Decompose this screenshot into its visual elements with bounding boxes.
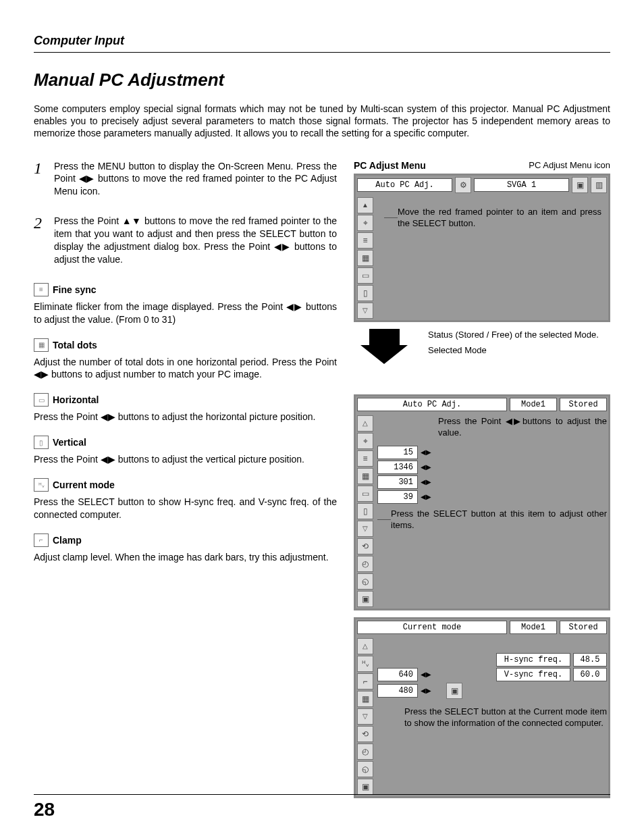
up-icon: △: [357, 638, 373, 654]
page-number: 28: [34, 799, 55, 820]
up-icon: ▲: [357, 197, 373, 213]
auto-pc-icon: ⌖: [357, 433, 373, 449]
item-label: Fine sync: [53, 284, 97, 295]
lr-icon: ◀▶: [421, 478, 431, 486]
step-text: Press the Point ▲▼ buttons to move the r…: [54, 215, 337, 266]
reset-icon: ⟲: [357, 726, 373, 742]
vertical-icon: ▯: [357, 285, 373, 301]
value-cell: 640: [377, 668, 418, 681]
item-body: Eliminate flicker from the image display…: [34, 301, 337, 326]
item-body: Adjust clamp level. When the image has d…: [34, 551, 337, 564]
auto-pc-icon: ⌖: [357, 215, 373, 231]
osd-left-icons: △ ᴴᵥ ⌐ ▦ ▽ ⟲ ◴ ◵ ▣: [357, 638, 373, 795]
pc-adj-icon: ⚙: [455, 177, 471, 193]
up-icon: △: [357, 415, 373, 432]
lr-icon: ◀▶: [421, 463, 431, 471]
reset-icon: ⟲: [357, 538, 373, 554]
freq-label: H-sync freq.: [496, 653, 570, 667]
freq-value: 60.0: [573, 668, 607, 681]
pc-adjust-icon-label: PC Adjust Menu icon: [529, 160, 610, 170]
osd-cell: Stored: [560, 621, 607, 634]
value-cell: 480: [377, 684, 418, 698]
store-icon: ◵: [357, 573, 373, 590]
note-current-mode: Press the SELECT button at the Current m…: [404, 706, 607, 729]
intro-paragraph: Some computers employ special signal for…: [34, 103, 610, 140]
item-fine-sync: ≡ Fine sync Eliminate flicker from the i…: [34, 283, 337, 326]
fine-sync-icon: ≡: [357, 232, 373, 249]
item-label: Current mode: [53, 479, 115, 490]
header-rule: [34, 52, 610, 53]
step-number: 2: [34, 215, 46, 266]
pc-adjust-menu-label: PC Adjust Menu: [354, 160, 426, 171]
osd-left-icons: △ ⌖ ≡ ▦ ▭ ▯ ▽ ⟲ ◴ ◵ ▣: [357, 415, 373, 607]
total-dots-icon: ▦: [34, 338, 49, 352]
freq-value: 48.5: [573, 653, 607, 667]
vertical-icon: ▯: [34, 436, 49, 449]
item-label: Clamp: [53, 535, 82, 546]
item-vertical: ▯ Vertical Press the Point ◀▶ buttons to…: [34, 436, 337, 466]
freq-label: V-sync freq.: [496, 668, 570, 681]
item-clamp: ⌐ Clamp Adjust clamp level. When the ima…: [34, 533, 337, 564]
item-body: Press the SELECT button to show H-sync f…: [34, 496, 337, 521]
fine-sync-icon: ≡: [357, 450, 373, 467]
step-text: Press the MENU button to display the On-…: [54, 160, 337, 199]
item-body: Adjust the number of total dots in one h…: [34, 356, 337, 382]
osd-cell: Mode1: [510, 398, 557, 411]
item-label: Total dots: [53, 340, 97, 350]
clamp-icon: ⌐: [357, 673, 373, 689]
horizontal-icon: ▭: [34, 393, 49, 407]
step-1: 1 Press the MENU button to display the O…: [34, 160, 337, 199]
value-cell: 301: [377, 475, 418, 489]
footer-rule: [34, 794, 610, 795]
step-number: 1: [34, 160, 46, 199]
current-mode-icon: ᴴᵥ: [34, 478, 49, 492]
down-icon: ▽: [357, 708, 373, 725]
quit-icon: ▣: [357, 779, 373, 795]
store-icon: ◵: [357, 761, 373, 777]
free-icon: ◴: [357, 744, 373, 760]
note-select-item: Press the SELECT button at this item to …: [391, 508, 607, 531]
value-cell: 15: [377, 446, 418, 459]
total-dots-icon: ▦: [357, 468, 373, 484]
osd-cell: Auto PC Adj.: [357, 178, 452, 192]
arrow-down: [360, 345, 408, 364]
status-label: Status (Stored / Free) of the selected M…: [428, 329, 610, 341]
lr-icon: ◀▶: [421, 671, 431, 678]
item-label: Horizontal: [53, 394, 99, 405]
osd-cell: SVGA 1: [474, 178, 569, 192]
item-body: Press the Point ◀▶ buttons to adjust the…: [34, 411, 337, 423]
total-dots-icon: ▦: [357, 250, 373, 266]
quit-icon: ▣: [446, 683, 462, 699]
left-column: 1 Press the MENU button to display the O…: [34, 160, 337, 805]
lr-icon: ◀▶: [421, 687, 431, 694]
vertical-icon: ▯: [357, 503, 373, 519]
display-area-icon: ▦: [357, 691, 373, 707]
step-2: 2 Press the Point ▲▼ buttons to move the…: [34, 215, 337, 266]
note-adjust-value: Press the Point ◀▶buttons to adjust the …: [438, 415, 607, 439]
clamp-icon: ⌐: [34, 533, 49, 547]
item-body: Press the Point ◀▶ buttons to adjust the…: [34, 453, 337, 466]
item-horizontal: ▭ Horizontal Press the Point ◀▶ buttons …: [34, 393, 337, 423]
osd-panel-2: Auto PC Adj. Mode1 Stored △ ⌖ ≡ ▦ ▭ ▯ ▽ …: [354, 394, 610, 610]
horizontal-icon: ▭: [357, 267, 373, 284]
leader-line: [384, 217, 398, 218]
fine-sync-icon: ≡: [34, 283, 49, 296]
section-header: Computer Input: [34, 34, 610, 48]
horizontal-icon: ▭: [357, 486, 373, 502]
free-icon: ◴: [357, 556, 373, 572]
osd-left-icons: ▲ ⌖ ≡ ▦ ▭ ▯ ▽: [357, 197, 373, 319]
item-total-dots: ▦ Total dots Adjust the number of total …: [34, 338, 337, 382]
value-cell: 1346: [377, 461, 418, 474]
osd-cell: Auto PC Adj.: [357, 398, 507, 411]
current-mode-icon: ᴴᵥ: [357, 656, 373, 672]
down-icon: ▽: [357, 521, 373, 537]
system-icon: ▣: [572, 177, 588, 193]
osd-panel-3: Current mode Mode1 Stored △ ᴴᵥ ⌐ ▦ ▽ ⟲ ◴…: [354, 617, 610, 798]
quit-icon: ▣: [357, 591, 373, 607]
value-cell: 39: [377, 490, 418, 504]
page-title: Manual PC Adjustment: [34, 70, 610, 90]
down-icon: ▽: [357, 303, 373, 319]
arrow-stem: [369, 329, 400, 345]
note-move-pointer: Move the red framed pointer to an item a…: [398, 206, 601, 230]
right-column: PC Adjust Menu PC Adjust Menu icon Auto …: [354, 160, 610, 805]
